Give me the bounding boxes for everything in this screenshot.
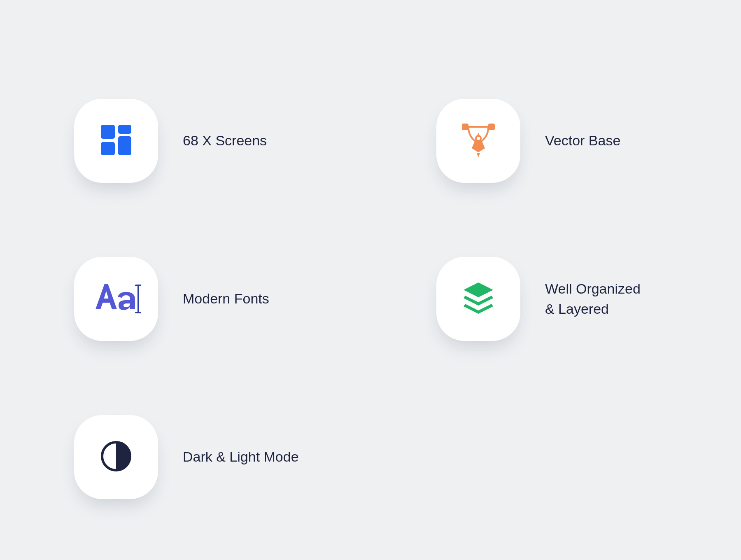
tile-vector — [436, 99, 520, 183]
feature-label: Vector Base — [545, 131, 620, 151]
tile-darklight — [74, 415, 158, 499]
svg-rect-1 — [118, 125, 131, 134]
feature-label: 68 X Screens — [183, 131, 267, 151]
feature-label: Well Organized & Layered — [545, 279, 641, 320]
feature-screens: 68 X Screens — [74, 99, 305, 183]
feature-fonts: Modern Fonts — [74, 257, 305, 341]
feature-label: Modern Fonts — [183, 289, 269, 309]
svg-rect-5 — [463, 124, 468, 129]
svg-rect-2 — [101, 142, 115, 155]
layers-icon — [459, 279, 497, 319]
svg-rect-0 — [101, 125, 115, 139]
svg-point-7 — [476, 136, 481, 141]
grid-icon — [98, 122, 134, 159]
feature-layered: Well Organized & Layered — [436, 257, 667, 341]
tile-layered — [436, 257, 520, 341]
svg-rect-6 — [489, 124, 494, 129]
svg-rect-3 — [118, 136, 131, 155]
contrast-icon — [98, 439, 134, 476]
pen-tool-icon — [459, 120, 498, 161]
feature-label: Dark & Light Mode — [183, 447, 299, 467]
tile-fonts — [74, 257, 158, 341]
tile-screens — [74, 99, 158, 183]
typography-icon — [91, 280, 141, 318]
features-grid: 68 X Screens Vector Base — [74, 99, 667, 499]
feature-darklight: Dark & Light Mode — [74, 415, 305, 499]
feature-vector: Vector Base — [436, 99, 667, 183]
